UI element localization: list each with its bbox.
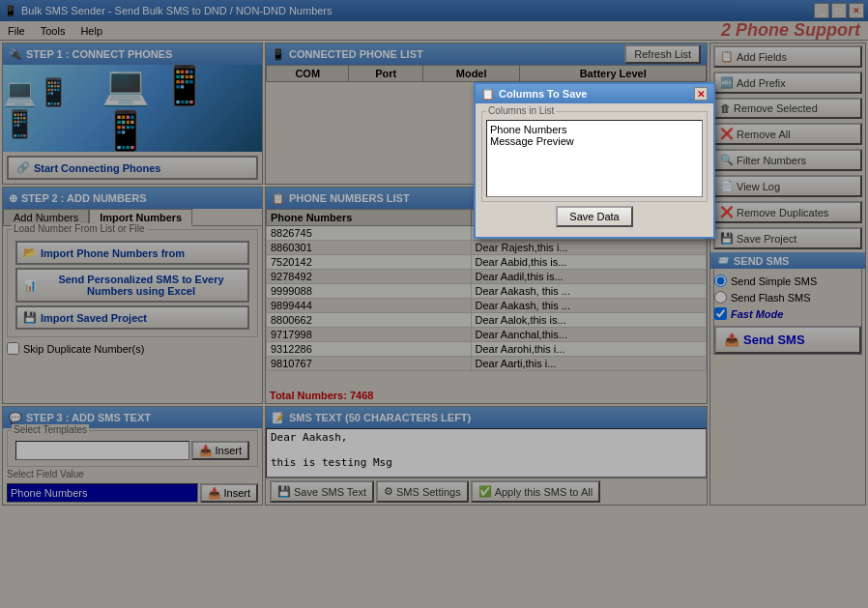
columns-list[interactable]: Phone Numbers Message Preview <box>486 120 703 197</box>
columns-in-list-section: Columns in List Phone Numbers Message Pr… <box>481 111 708 202</box>
modal-overlay: 📋 Columns To Save ✕ Columns in List Phon… <box>0 0 868 608</box>
columns-to-save-modal: 📋 Columns To Save ✕ Columns in List Phon… <box>474 82 715 239</box>
modal-icon: 📋 <box>481 88 495 101</box>
modal-body: Columns in List Phone Numbers Message Pr… <box>476 103 713 237</box>
list-item[interactable]: Message Preview <box>490 135 699 147</box>
save-data-button[interactable]: Save Data <box>556 206 632 227</box>
modal-title: Columns To Save <box>499 88 587 100</box>
list-item[interactable]: Phone Numbers <box>490 124 699 135</box>
modal-header: 📋 Columns To Save ✕ <box>476 84 713 103</box>
modal-close-button[interactable]: ✕ <box>694 87 708 101</box>
columns-section-label: Columns in List <box>486 105 556 116</box>
